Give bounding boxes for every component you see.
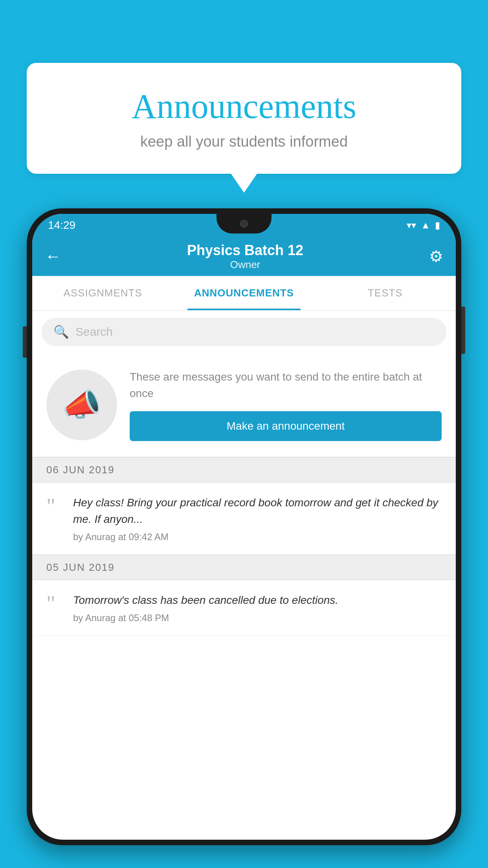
tab-announcements[interactable]: ANNOUNCEMENTS [173, 276, 314, 310]
announcement-text-2: Tomorrow's class has been cancelled due … [73, 592, 442, 609]
search-icon: 🔍 [53, 324, 69, 339]
status-icons: ▾▾ ▲ ▮ [407, 220, 440, 231]
announcement-meta-2: by Anurag at 05:48 PM [73, 612, 442, 623]
content-area: 🔍 Search 📣 These are messages you want t… [32, 311, 456, 636]
announcement-text-1: Hey class! Bring your practical record b… [73, 495, 442, 528]
search-placeholder-text: Search [75, 325, 113, 338]
bubble-title: Announcements [46, 86, 442, 126]
megaphone-circle: 📣 [46, 370, 117, 440]
quote-icon-2: " [46, 595, 62, 613]
announcement-item-1[interactable]: " Hey class! Bring your practical record… [32, 483, 456, 555]
volume-button [23, 326, 27, 358]
settings-button[interactable]: ⚙ [429, 247, 443, 265]
date-label-1: 06 JUN 2019 [46, 464, 115, 476]
announcement-content-2: Tomorrow's class has been cancelled due … [73, 592, 442, 623]
announcement-item-2[interactable]: " Tomorrow's class has been cancelled du… [32, 580, 456, 636]
announcement-content-1: Hey class! Bring your practical record b… [73, 495, 442, 542]
prompt-text: These are messages you want to send to t… [130, 369, 442, 402]
tabs-container: ASSIGNMENTS ANNOUNCEMENTS TESTS [32, 276, 456, 311]
quote-icon-1: " [46, 498, 62, 515]
prompt-right: These are messages you want to send to t… [130, 369, 442, 441]
phone-screen: 14:29 ▾▾ ▲ ▮ ← Physics Batch 12 Owner ⚙ [32, 214, 456, 840]
wifi-icon: ▾▾ [407, 220, 416, 231]
date-label-2: 05 JUN 2019 [46, 561, 115, 573]
app-bar-title-container: Physics Batch 12 Owner [61, 242, 429, 271]
battery-icon: ▮ [435, 220, 440, 231]
app-bar: ← Physics Batch 12 Owner ⚙ [32, 237, 456, 276]
search-bar[interactable]: 🔍 Search [42, 318, 446, 346]
back-button[interactable]: ← [45, 247, 61, 266]
speech-bubble: Announcements keep all your students inf… [27, 63, 461, 174]
announcement-prompt-card: 📣 These are messages you want to send to… [32, 353, 456, 457]
phone-outer: 14:29 ▾▾ ▲ ▮ ← Physics Batch 12 Owner ⚙ [27, 208, 461, 845]
speech-bubble-container: Announcements keep all your students inf… [27, 63, 461, 174]
megaphone-icon: 📣 [62, 386, 101, 423]
date-section-2: 05 JUN 2019 [32, 555, 456, 580]
phone-container: 14:29 ▾▾ ▲ ▮ ← Physics Batch 12 Owner ⚙ [27, 208, 461, 868]
status-time: 14:29 [48, 219, 75, 232]
announcement-meta-1: by Anurag at 09:42 AM [73, 531, 442, 542]
signal-icon: ▲ [421, 220, 430, 231]
make-announcement-button[interactable]: Make an announcement [130, 411, 442, 441]
phone-notch [216, 214, 272, 234]
tab-assignments[interactable]: ASSIGNMENTS [32, 276, 173, 310]
power-button [461, 307, 465, 354]
app-bar-title: Physics Batch 12 [61, 242, 429, 259]
app-bar-subtitle: Owner [61, 259, 429, 271]
search-bar-container: 🔍 Search [32, 311, 456, 353]
date-section-1: 06 JUN 2019 [32, 457, 456, 483]
tab-tests[interactable]: TESTS [315, 276, 456, 310]
front-camera [240, 220, 248, 228]
bubble-subtitle: keep all your students informed [46, 133, 442, 150]
